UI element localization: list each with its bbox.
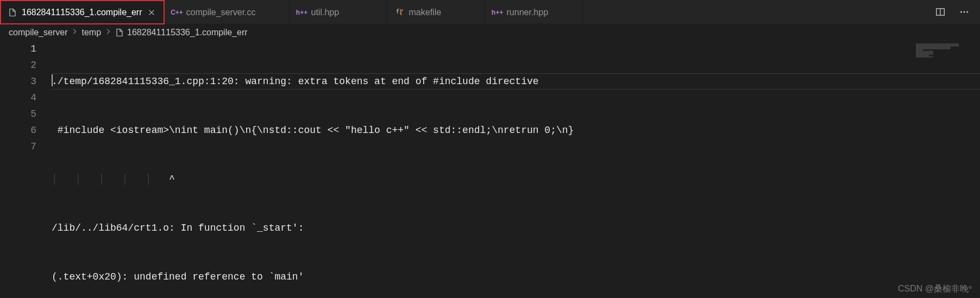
hpp-icon: h++ xyxy=(297,8,307,17)
tab-label: 1682841115336_1.compile_err xyxy=(22,8,142,17)
svg-point-5 xyxy=(963,11,965,12)
split-editor-icon[interactable] xyxy=(934,6,946,18)
line-number: 7 xyxy=(0,138,36,155)
tab-runner-hpp[interactable]: h++ runner.hpp xyxy=(485,0,583,24)
tabs-spacer xyxy=(583,0,925,24)
cpp-icon: C++ xyxy=(172,8,182,17)
line-number: 6 xyxy=(0,122,36,138)
breadcrumb-segment[interactable]: temp xyxy=(81,28,101,37)
chevron-right-icon xyxy=(104,28,112,37)
svg-point-1 xyxy=(401,9,403,10)
line-number: 1 xyxy=(0,41,36,57)
svg-point-0 xyxy=(397,9,398,10)
breadcrumb: compile_server temp 1682841115336_1.comp… xyxy=(0,24,980,41)
code-line: ./temp/1682841115336_1.cpp:1:20: warning… xyxy=(52,73,980,90)
file-icon xyxy=(8,8,17,17)
tab-label: compile_server.cc xyxy=(186,8,256,17)
tab-makefile[interactable]: makefile xyxy=(387,0,485,24)
close-icon[interactable] xyxy=(147,8,156,17)
tabs-bar: 1682841115336_1.compile_err C++ compile_… xyxy=(0,0,980,24)
breadcrumb-segment[interactable]: compile_server xyxy=(9,28,67,37)
file-icon xyxy=(115,28,124,37)
line-number: 3 xyxy=(0,73,36,90)
minimap[interactable]: ████████████████████████████████████████… xyxy=(916,43,976,58)
code-line: #include <iostream>\nint main()\n{\nstd:… xyxy=(52,122,980,138)
line-number: 5 xyxy=(0,106,36,122)
line-number: 2 xyxy=(0,57,36,73)
breadcrumb-file[interactable]: 1682841115336_1.compile_err xyxy=(127,28,248,37)
tab-label: makefile xyxy=(409,8,442,17)
gutter: 1 2 3 4 5 6 7 xyxy=(0,41,52,298)
chevron-right-icon xyxy=(71,28,78,37)
tab-compile-server-cc[interactable]: C++ compile_server.cc xyxy=(165,0,290,24)
code-line: │ │ │ │ │ ^ xyxy=(52,171,980,187)
more-actions-icon[interactable] xyxy=(958,6,970,18)
code-line: (.text+0x20): undefined reference to `ma… xyxy=(52,269,980,285)
tab-label: runner.hpp xyxy=(507,8,549,17)
code-area[interactable]: ./temp/1682841115336_1.cpp:1:20: warning… xyxy=(52,41,980,298)
hpp-icon: h++ xyxy=(493,8,502,17)
code-line: /lib/../lib64/crt1.o: In function `_star… xyxy=(52,220,980,236)
svg-point-6 xyxy=(966,11,968,12)
makefile-icon xyxy=(395,8,405,17)
tab-label: util.hpp xyxy=(311,8,340,17)
line-number: 4 xyxy=(0,90,36,106)
tab-util-hpp[interactable]: h++ util.hpp xyxy=(290,0,387,24)
svg-point-4 xyxy=(960,11,962,12)
tabs-actions xyxy=(925,0,980,24)
editor[interactable]: 1 2 3 4 5 6 7 ./temp/1682841115336_1.cpp… xyxy=(0,41,980,298)
watermark: CSDN @桑榆非晚ᵉ xyxy=(898,283,972,295)
tab-compile-err[interactable]: 1682841115336_1.compile_err xyxy=(0,0,165,24)
